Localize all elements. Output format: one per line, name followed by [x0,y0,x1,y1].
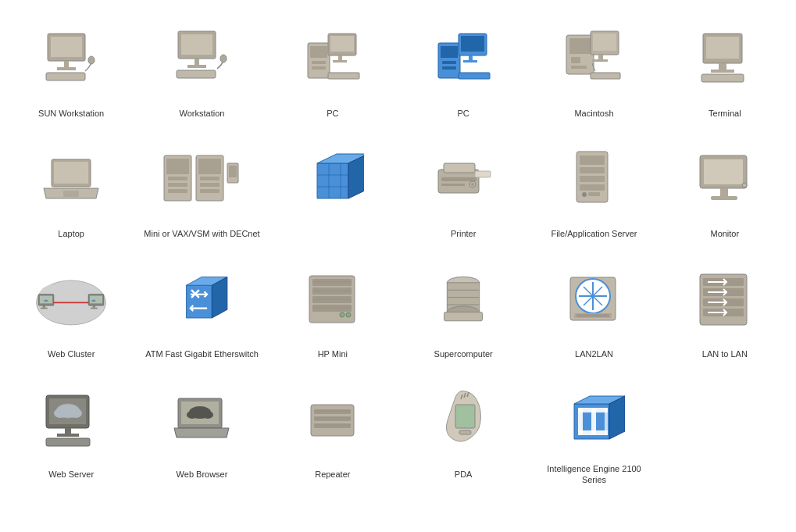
svg-point-78 [582,192,587,197]
sun-workstation-icon [40,27,102,90]
svg-rect-4 [46,73,85,80]
item-monitor[interactable]: Monitor [662,136,788,248]
item-lan-to-lan[interactable]: LAN to LAN [662,256,788,369]
svg-rect-53 [198,159,221,174]
svg-rect-79 [588,192,600,196]
macintosh-icon [562,27,625,90]
monitor-icon [694,148,756,210]
svg-rect-75 [580,167,605,173]
svg-rect-67 [444,163,475,173]
repeater-icon [302,389,364,452]
svg-rect-37 [592,59,608,62]
svg-rect-93 [41,308,48,309]
svg-rect-41 [719,63,726,70]
svg-point-146 [187,411,198,419]
svg-rect-82 [720,188,728,196]
svg-rect-9 [187,65,206,68]
svg-rect-17 [330,36,354,52]
svg-rect-107 [312,296,352,303]
item-macintosh[interactable]: Macintosh [530,16,657,128]
svg-rect-7 [181,34,212,55]
web-cluster-label: Web Cluster [48,343,95,365]
web-server-icon [40,389,102,452]
svg-rect-155 [455,405,475,428]
svg-rect-43 [701,74,744,82]
svg-rect-15 [312,66,326,70]
item-sun-workstation[interactable]: SUN Workstation [8,16,134,128]
item-pc-gray[interactable]: PC [269,16,396,128]
svg-rect-167 [578,430,608,435]
lan-to-lan-icon [694,268,756,330]
lan2lan-icon [562,268,625,330]
svg-rect-106 [312,287,352,295]
item-pc-blue[interactable]: PC [400,16,527,128]
svg-rect-166 [578,408,608,412]
file-server-label: File/Application Server [551,223,637,245]
hp-mini-icon [302,268,364,330]
svg-rect-13 [310,46,327,58]
item-hp-mini[interactable]: HP Mini [269,256,396,369]
item-web-cluster[interactable]: ☁ ☁ Web Cluster [8,256,134,369]
svg-rect-76 [580,176,605,182]
terminal-icon [694,27,756,90]
pc-blue-icon [432,27,494,90]
svg-rect-38 [591,73,620,79]
item-terminal[interactable]: Terminal [662,16,788,128]
item-workstation[interactable]: Workstation [138,16,265,128]
svg-point-11 [220,55,227,62]
item-lan2lan[interactable]: LAN2LAN [530,256,657,369]
intelligence-engine-label: Intelligence Engine 2100 Series [534,463,653,486]
item-atm-cube-r2[interactable] [269,136,396,248]
laptop-icon [40,148,102,210]
item-file-server[interactable]: File/Application Server [530,136,657,248]
item-pda[interactable]: PDA [400,377,527,490]
svg-point-84 [742,183,747,187]
web-browser-label: Web Browser [177,464,228,486]
item-web-browser[interactable]: Web Browser [138,377,265,490]
item-mini-vax[interactable]: Mini or VAX/VSM with DECnet [138,136,265,248]
pc-gray-label: PC [327,102,338,124]
svg-rect-22 [441,46,458,58]
svg-rect-18 [338,55,342,60]
svg-rect-129 [576,314,609,317]
svg-point-113 [346,312,351,317]
atm-fast-icon: ✕ [170,268,233,330]
monitor-label: Monitor [710,223,739,245]
item-intelligence-engine[interactable]: Intelligence Engine 2100 Series [530,377,657,490]
svg-rect-142 [46,438,90,446]
svg-rect-141 [57,434,79,437]
hp-mini-label: HP Mini [318,343,348,365]
intelligence-engine-icon [562,388,625,451]
web-cluster-icon: ☁ ☁ [32,268,110,330]
item-web-server[interactable]: Web Server [8,377,134,490]
svg-point-88 [57,281,85,303]
svg-point-138 [54,409,66,418]
item-atm-fast[interactable]: ✕ ATM Fast Gigabit Etherswitch [138,256,265,369]
svg-rect-69 [441,177,477,181]
item-laptop[interactable]: Laptop [8,136,134,248]
svg-rect-48 [166,159,189,174]
item-printer[interactable]: Printer [400,136,527,248]
svg-rect-96 [93,305,96,308]
mini-vax-icon [162,148,241,210]
svg-rect-33 [571,66,587,69]
svg-point-5 [88,56,95,64]
svg-rect-68 [475,171,491,177]
laptop-label: Laptop [58,223,84,245]
item-supercomputer[interactable]: Supercomputer [400,256,527,369]
svg-rect-118 [444,312,483,320]
svg-marker-162 [609,396,625,439]
svg-rect-32 [571,57,580,63]
svg-rect-54 [200,177,220,180]
svg-rect-58 [229,166,237,177]
svg-point-139 [70,409,82,418]
atm-cube-r2-icon [302,148,364,210]
printer-label: Printer [451,223,476,245]
icon-grid: SUN Workstation Workstation [0,0,796,505]
svg-rect-24 [442,66,456,70]
svg-rect-1 [51,37,82,57]
supercomputer-icon [432,268,494,330]
svg-rect-2 [64,61,69,67]
svg-rect-23 [442,61,456,64]
item-repeater[interactable]: Repeater [269,377,396,490]
